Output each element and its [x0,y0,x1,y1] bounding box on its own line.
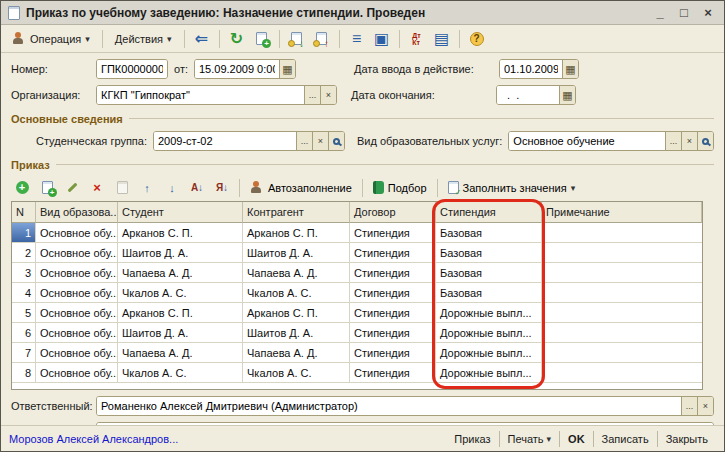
student-cell[interactable]: Шаитов Д. А. [118,243,243,263]
calendar-button[interactable]: ▦ [562,60,578,78]
type-cell[interactable]: Основное обу... [36,243,118,263]
contract-cell[interactable]: Стипендия [350,263,436,283]
post-document-button[interactable]: ⇐ [191,28,213,50]
operation-button[interactable]: Операция ▾ [6,29,96,48]
table-row[interactable]: 4 Основное обу... Чкалов А. С. Чкалов А.… [12,283,702,303]
clear-button[interactable]: × [681,132,697,150]
minimize-button[interactable]: _ [651,5,669,20]
clear-button[interactable]: × [697,397,713,415]
type-cell[interactable]: Основное обу... [36,303,118,323]
autofill-button[interactable]: Автозаполнение [246,180,356,195]
open-button[interactable] [328,132,344,150]
responsible-field[interactable]: ... × [96,396,714,416]
date-field[interactable]: ▦ [194,59,296,79]
type-cell[interactable]: Основное обу... [36,283,118,303]
maximize-button[interactable]: □ [675,5,693,20]
note-cell[interactable] [542,303,702,323]
organization-input[interactable] [97,86,304,104]
scholarship-cell[interactable]: Дорожные выпл... [436,323,542,343]
add-row-button[interactable]: + [11,177,33,199]
pick-button[interactable]: Подбор [369,180,431,195]
contract-cell[interactable]: Стипендия [350,283,436,303]
note-cell[interactable] [542,263,702,283]
unpost-button[interactable]: ↑ [311,28,333,50]
actions-button[interactable]: Действия ▾ [109,30,178,48]
close-button[interactable]: × [699,5,717,20]
move-down-button[interactable]: ↓ [161,177,183,199]
table-row[interactable]: 1 Основное обу... Арканов С. П. Арканов … [12,223,702,243]
note-cell[interactable] [542,283,702,303]
calendar-button[interactable]: ▦ [559,86,575,104]
row-number-cell[interactable]: 5 [12,303,36,323]
close-window-button[interactable]: Закрыть [658,431,716,447]
column-header-contract[interactable]: Договор [350,202,436,223]
table-row[interactable]: 3 Основное обу... Чапаева А. Д. Чапаева … [12,263,702,283]
debit-credit-button[interactable]: ДтКт [406,28,428,50]
student-cell[interactable]: Чкалов А. С. [118,363,243,383]
type-cell[interactable]: Основное обу... [36,363,118,383]
student-cell[interactable]: Чкалов А. С. [118,283,243,303]
column-header-scholarship[interactable]: Стипендия [436,202,542,223]
edit-row-button[interactable] [61,177,83,199]
effective-date-input[interactable] [500,60,562,78]
delete-row-button[interactable]: × [86,177,108,199]
row-number-cell[interactable]: 8 [12,363,36,383]
move-up-button[interactable]: ↑ [136,177,158,199]
fill-values-button[interactable]: ✓ Заполнить значения ▾ [444,180,580,195]
contract-cell[interactable]: Стипендия [350,363,436,383]
new-from-document-button[interactable]: + [251,28,273,50]
finish-edit-button[interactable] [111,177,133,199]
service-type-field[interactable]: ... × [508,131,714,151]
responsible-input[interactable] [97,397,681,415]
table-row[interactable]: 8 Основное обу... Чкалов А. С. Чкалов А.… [12,363,702,383]
select-button[interactable]: ... [296,132,312,150]
contractor-cell[interactable]: Чкалов А. С. [243,283,350,303]
contractor-cell[interactable]: Шаитов Д. А. [243,323,350,343]
row-number-cell[interactable]: 2 [12,243,36,263]
order-print-button[interactable]: Приказ [446,431,498,447]
student-cell[interactable]: Арканов С. П. [118,223,243,243]
type-cell[interactable]: Основное обу... [36,323,118,343]
scholarship-cell[interactable]: Дорожные выпл... [436,303,542,323]
select-button[interactable]: ... [304,86,320,104]
column-header-note[interactable]: Примечание [542,202,702,223]
sort-asc-button[interactable]: А↓ [186,177,208,199]
note-cell[interactable] [542,223,702,243]
contractor-cell[interactable]: Чапаева А. Д. [243,263,350,283]
organization-field[interactable]: ... × [96,85,337,105]
column-header-type[interactable]: Вид образова... [36,202,118,223]
row-number-cell[interactable]: 6 [12,323,36,343]
contract-cell[interactable]: Стипендия [350,323,436,343]
table-row[interactable]: 7 Основное обу... Чапаева А. Д. Чапаева … [12,343,702,363]
row-number-cell-selected[interactable]: 1 [12,223,36,243]
checkbox-list-button[interactable]: ▣ [371,28,393,50]
number-input[interactable] [97,60,167,78]
note-cell[interactable] [542,243,702,263]
student-group-field[interactable]: ... × [153,131,345,151]
contractor-cell[interactable]: Шаитов Д. А. [243,243,350,263]
scholarship-cell[interactable]: Дорожные выпл... [436,343,542,363]
contract-cell[interactable]: Стипендия [350,343,436,363]
print-button[interactable]: Печать ▾ [500,431,560,447]
note-cell[interactable] [542,363,702,383]
contractor-cell[interactable]: Чкалов А. С. [243,363,350,383]
student-group-input[interactable] [154,132,296,150]
note-cell[interactable] [542,343,702,363]
column-header-student[interactable]: Студент [118,202,243,223]
note-cell[interactable] [542,323,702,343]
row-number-cell[interactable]: 7 [12,343,36,363]
number-field[interactable] [96,59,168,79]
row-number-cell[interactable]: 3 [12,263,36,283]
end-date-input[interactable] [497,86,559,104]
end-date-field[interactable]: ▦ [496,85,576,105]
table-row[interactable]: 6 Основное обу... Шаитов Д. А. Шаитов Д.… [12,323,702,343]
refresh-button[interactable]: ↻ [226,28,248,50]
scholarship-cell[interactable]: Базовая [436,243,542,263]
current-user-link[interactable]: Морозов Алексей Александров... [9,433,446,445]
student-cell[interactable]: Арканов С. П. [118,303,243,323]
scholarship-cell[interactable]: Базовая [436,223,542,243]
student-cell[interactable]: Чапаева А. Д. [118,343,243,363]
service-type-input[interactable] [509,132,665,150]
clear-button[interactable]: × [312,132,328,150]
ok-button[interactable]: OK [560,431,593,447]
